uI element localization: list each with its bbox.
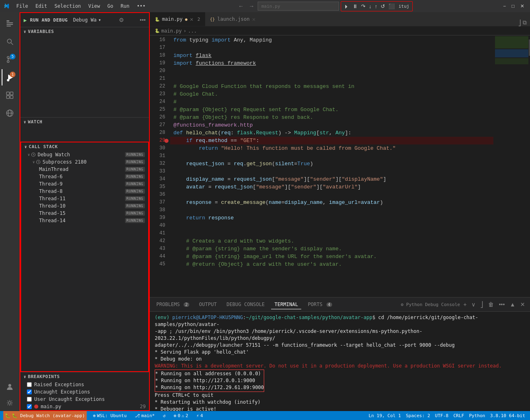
terminal-content[interactable]: (env) pierrick@LAPTOP-HKU5PNNG:~/git/goo… <box>150 312 530 411</box>
tab-output[interactable]: OUTPUT <box>196 300 220 309</box>
tab-launch-close-icon[interactable]: ✕ <box>252 16 255 22</box>
breadcrumb-location: ... <box>188 28 197 34</box>
terminal-split-button[interactable]: ⎦ <box>479 300 485 308</box>
terminal-more-button[interactable]: ••• <box>497 300 506 308</box>
callstack-section-header[interactable]: ∨ CALL STACK <box>21 142 148 151</box>
debug-config-select[interactable]: Debug Wa ▾ <box>71 16 103 24</box>
callstack-item-3[interactable]: Thread-6RUNNING <box>36 173 148 180</box>
status-wsl[interactable]: ⊕ WSL: Ubuntu <box>92 411 128 420</box>
debug-restart-button[interactable]: ↺ <box>379 2 386 10</box>
term-line-4: WARNING: This is a development server. D… <box>155 363 525 370</box>
breakpoint-item-0[interactable]: Raised Exceptions <box>20 381 149 388</box>
menu-selection[interactable]: Selection <box>51 2 84 10</box>
activity-search[interactable] <box>2 33 18 50</box>
bp-checkbox-1[interactable] <box>27 389 32 394</box>
minimap-block2 <box>495 49 528 57</box>
breakpoint-item-1[interactable]: Uncaught Exceptions <box>20 388 149 396</box>
breakpoint-item-3[interactable]: main.py29 <box>20 403 149 410</box>
tab-close-icon[interactable]: ✕ <box>190 16 193 22</box>
debug-settings-button[interactable]: ⚙ <box>119 17 124 23</box>
callstack-item-6[interactable]: Thread-11RUNNING <box>36 195 148 202</box>
code-line-26: # @param {Object} res Response to send b… <box>170 114 493 121</box>
tab-launch-json[interactable]: {} launch.json ✕ <box>205 12 261 26</box>
tab-terminal[interactable]: TERMINAL <box>271 300 301 309</box>
debug-step-into-button[interactable]: ↓ <box>368 2 373 10</box>
line-num-39: 39 <box>150 214 165 222</box>
menu-file[interactable]: File <box>13 2 31 10</box>
callstack-item-8[interactable]: Thread-15RUNNING <box>36 210 148 217</box>
term-env: (env) <box>155 315 172 320</box>
term-line-8: Press CTRL+C to quit <box>155 392 525 399</box>
window-close-button[interactable]: ✕ <box>518 2 527 10</box>
search-box[interactable]: main.py <box>258 2 339 11</box>
debug-pause-button[interactable]: ⏸ <box>351 2 359 10</box>
status-python-version[interactable]: 3.8.10 64-bit <box>488 413 527 418</box>
warning-icon: ⚠ <box>182 413 184 418</box>
callstack-item-5[interactable]: Thread-8RUNNING <box>36 188 148 195</box>
terminal-dropdown-button[interactable]: ∨ <box>470 300 477 308</box>
debug-step-out-button[interactable]: ↑ <box>373 2 379 10</box>
breadcrumb-file[interactable]: main.py <box>161 28 182 34</box>
code-content[interactable]: from typing import Any, Mapping import f… <box>170 35 493 297</box>
terminal-maximize-button[interactable]: ▲ <box>508 300 517 308</box>
nav-back-button[interactable]: ← <box>237 2 245 10</box>
menu-run[interactable]: Run <box>117 2 133 10</box>
status-eol[interactable]: CRLF <box>452 413 466 418</box>
callstack-item-4[interactable]: Thread-9RUNNING <box>36 180 148 188</box>
tab-main-py[interactable]: 🐍 main.py ● ✕ 2 <box>150 12 205 26</box>
split-editor-button[interactable]: ⎦ <box>518 20 521 26</box>
debug-more-button[interactable]: ••• <box>140 17 146 23</box>
breakpoints-chevron: ∨ <box>24 374 26 379</box>
bp-checkbox-0[interactable] <box>27 382 32 387</box>
debug-continue-button[interactable]: ⏵ <box>343 2 350 10</box>
activity-account[interactable] <box>2 378 18 395</box>
terminal-add-button[interactable]: + <box>462 300 468 308</box>
status-position[interactable]: Ln 19, Col 1 <box>367 413 402 418</box>
term-sep: : <box>243 315 246 320</box>
activity-settings[interactable] <box>2 395 18 411</box>
nav-forward-button[interactable]: → <box>247 2 256 10</box>
status-spaces[interactable]: Spaces: 2 <box>404 413 432 418</box>
activity-extensions[interactable] <box>2 87 18 103</box>
callstack-item-1[interactable]: ∨ Subprocess 2180RUNNING <box>29 158 148 166</box>
tab-problems[interactable]: PROBLEMS 2 <box>153 300 193 309</box>
callstack-item-0[interactable]: ∨ Debug WatchRUNNING <box>24 151 148 158</box>
debug-stop-button[interactable]: ⬛ <box>387 2 396 10</box>
menu-go[interactable]: Go <box>104 2 116 10</box>
window-minimize-button[interactable]: − <box>501 2 508 10</box>
status-branch[interactable]: ⎇ main* <box>133 411 156 420</box>
tab-ports[interactable]: PORTS 4 <box>304 300 335 309</box>
menu-more[interactable]: ••• <box>134 2 149 10</box>
status-errors[interactable]: ⊗ 0 ⚠ 2 <box>172 411 190 420</box>
breakpoints-section-header[interactable]: ∨ BREAKPOINTS <box>20 372 149 381</box>
callstack-item-2[interactable]: MainThreadRUNNING <box>36 166 148 173</box>
menu-edit[interactable]: Edit <box>32 2 50 10</box>
terminal-kill-button[interactable]: 🗑 <box>486 300 495 308</box>
status-ports[interactable]: ⚡ 4 <box>195 411 204 420</box>
callstack-item-9[interactable]: Thread-14RUNNING <box>36 217 148 224</box>
window-maximize-button[interactable]: □ <box>509 2 517 10</box>
menu-view[interactable]: View <box>85 2 103 10</box>
bp-checkbox-3[interactable] <box>27 404 32 409</box>
callstack-item-7[interactable]: Thread-10RUNNING <box>36 202 148 210</box>
activity-run-debug[interactable]: 1 <box>2 69 18 85</box>
term-line-10: * Debugger is active! <box>155 406 525 411</box>
callstack-running-badge-9: RUNNING <box>125 218 145 223</box>
editor-layout-button[interactable]: ⧉ <box>523 19 527 26</box>
status-debug-item[interactable]: 🐛 🐛 Debug Watch (avatar-app) <box>3 411 87 420</box>
activity-remote-explorer[interactable] <box>2 105 18 121</box>
bp-checkbox-2[interactable] <box>27 397 32 402</box>
watch-section-header[interactable]: ∨ WATCH <box>20 118 149 126</box>
variables-section-header[interactable]: ∨ VARIABLES <box>20 27 149 36</box>
terminal-close-button[interactable]: ✕ <box>519 300 527 308</box>
status-language[interactable]: Python <box>467 413 487 418</box>
callstack-item-name-0: Debug Watch <box>37 152 125 158</box>
tab-debug-console[interactable]: DEBUG CONSOLE <box>223 300 268 309</box>
breakpoint-item-2[interactable]: User Uncaught Exceptions <box>20 396 149 403</box>
activity-source-control[interactable]: 5 <box>2 51 18 68</box>
activity-explorer[interactable] <box>2 15 18 32</box>
term-line-7: * Running on http://172.29.61.89:9000 <box>155 384 264 391</box>
status-sync[interactable]: ↺ <box>161 411 167 420</box>
debug-step-over-button[interactable]: ↷ <box>360 2 367 10</box>
status-encoding[interactable]: UTF-8 <box>434 413 450 418</box>
